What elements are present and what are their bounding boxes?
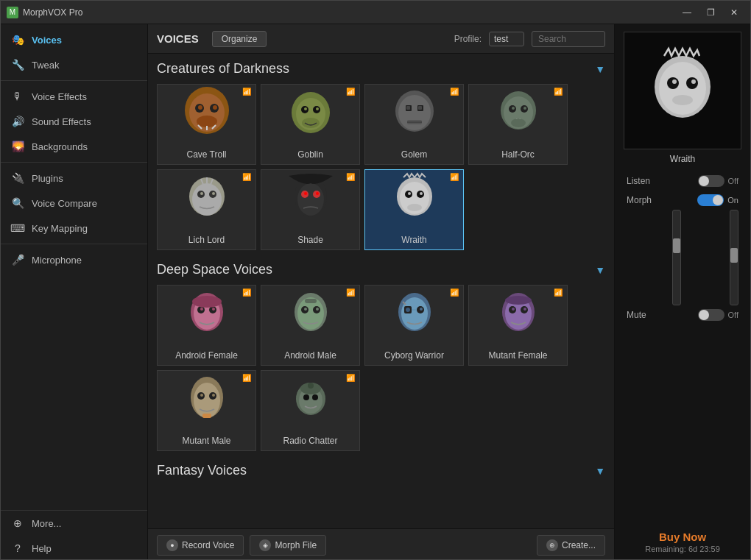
profile-label: Profile:: [454, 34, 482, 44]
svg-rect-22: [418, 106, 422, 110]
svg-rect-95: [308, 383, 314, 389]
voice-card-cyborg-warrior[interactable]: 📶: [364, 285, 464, 366]
svg-point-37: [212, 192, 215, 195]
sidebar-item-plugins[interactable]: 🔌 Plugins: [1, 166, 147, 191]
morph-file-button[interactable]: ◈ Morph File: [250, 535, 326, 556]
voice-card-wraith[interactable]: 📶: [364, 169, 464, 250]
preview-face-svg: [635, 43, 730, 138]
morph-label: Morph: [627, 195, 652, 205]
voice-compare-icon: 🔍: [11, 196, 24, 210]
maximize-button[interactable]: ❐: [700, 5, 721, 20]
voice-name-golem: Golem: [401, 149, 427, 160]
svg-point-14: [304, 107, 307, 110]
voice-card-android-male[interactable]: 📶: [261, 285, 360, 366]
minimize-button[interactable]: —: [677, 5, 697, 20]
voice-preview-box: [624, 32, 741, 149]
sidebar-item-voice-effects[interactable]: 🎙 Voice Effects: [1, 84, 147, 109]
slider-right[interactable]: [730, 210, 738, 305]
voice-card-cave-troll[interactable]: 📶: [157, 84, 256, 165]
collapse-arrow-2[interactable]: ▼: [595, 264, 605, 276]
titlebar: M MorphVOX Pro — ❐ ✕: [1, 1, 750, 24]
buy-now-button[interactable]: Buy Now: [645, 531, 720, 543]
sidebar-label-backgrounds: Backgrounds: [32, 141, 88, 152]
voice-card-mutant-female[interactable]: 📶: [468, 285, 568, 366]
create-button[interactable]: ⊕ Create...: [537, 535, 605, 556]
svg-point-82: [505, 296, 532, 305]
category-fantasy: Fantasy Voices ▼: [157, 463, 605, 478]
listen-row: Listen Off: [621, 171, 744, 191]
morph-file-label: Morph File: [275, 540, 317, 550]
sidebar-label-more: More...: [32, 518, 61, 529]
voice-name-mutant-female: Mutant Female: [488, 350, 547, 361]
voice-card-mutant-male[interactable]: 📶: [157, 370, 256, 451]
record-voice-button[interactable]: ● Record Voice: [157, 535, 244, 556]
card-image-cyborg-warrior: [365, 286, 463, 343]
category-header-1: Creatures of Darkness ▼: [157, 61, 605, 77]
card-image-radio-chatter: [261, 371, 359, 428]
sidebar-item-help[interactable]: ? Help: [1, 536, 147, 560]
sidebar-item-tweak[interactable]: 🔧 Tweak: [1, 52, 147, 77]
close-button[interactable]: ✕: [724, 5, 744, 20]
sidebar-item-microphone[interactable]: 🎤 Microphone: [1, 247, 147, 272]
voices-area[interactable]: Creatures of Darkness ▼ 📶: [148, 54, 614, 528]
microphone-icon: 🎤: [11, 253, 24, 266]
toolbar-title: VOICES: [157, 32, 199, 45]
sidebar-bottom: ⊕ More... ? Help: [1, 510, 147, 560]
listen-toggle-knob: [699, 176, 709, 186]
profile-select[interactable]: test: [489, 32, 524, 46]
sidebar-item-sound-effects[interactable]: 🔊 Sound Effects: [1, 109, 147, 134]
svg-point-93: [312, 394, 318, 400]
collapse-arrow-3[interactable]: ▼: [595, 465, 605, 477]
svg-point-72: [406, 308, 410, 312]
morph-toggle-knob: [713, 195, 723, 205]
tweak-icon: 🔧: [11, 58, 24, 71]
svg-point-92: [303, 394, 309, 400]
collapse-arrow-1[interactable]: ▼: [595, 63, 605, 75]
window-controls: — ❐ ✕: [677, 5, 744, 20]
sidebar-label-voice-compare: Voice Compare: [32, 198, 97, 209]
category-title-2: Deep Space Voices: [157, 262, 272, 277]
morph-row: Morph On: [621, 191, 744, 210]
svg-point-103: [672, 95, 693, 105]
sidebar-item-more[interactable]: ⊕ More...: [1, 511, 147, 536]
sidebar-label-help: Help: [32, 543, 52, 554]
slider-left[interactable]: [672, 210, 681, 305]
organize-button[interactable]: Organize: [212, 31, 267, 47]
mute-toggle-group: Off: [698, 309, 738, 321]
card-image-lich-lord: [158, 170, 255, 227]
buy-now-section: Buy Now Remaining: 6d 23:59: [645, 531, 720, 553]
voice-card-half-orc[interactable]: 📶: [468, 84, 568, 165]
sidebar-item-voice-compare[interactable]: 🔍 Voice Compare: [1, 191, 147, 216]
svg-point-98: [659, 62, 706, 115]
right-panel: Wraith Listen Off Morph On: [614, 24, 750, 560]
sidebar-label-voices: Voices: [32, 35, 62, 46]
voice-card-golem[interactable]: 📶: [364, 84, 464, 165]
sidebar-item-key-mapping[interactable]: ⌨ Key Mapping: [1, 216, 147, 241]
mute-row: Mute Off: [621, 305, 744, 325]
search-input[interactable]: [532, 31, 605, 47]
svg-point-18: [398, 95, 431, 130]
morph-toggle[interactable]: [697, 194, 724, 206]
category-title-3: Fantasy Voices: [157, 463, 247, 478]
sidebar-item-backgrounds[interactable]: 🌄 Backgrounds: [1, 134, 147, 159]
listen-toggle-group: Off: [698, 175, 738, 187]
sidebar-item-voices[interactable]: 🎭 Voices: [1, 27, 147, 52]
listen-toggle[interactable]: [698, 175, 724, 187]
card-image-android-male: [261, 286, 359, 343]
remaining-text: Remaining: 6d 23:59: [645, 545, 720, 553]
svg-point-52: [420, 192, 423, 195]
main-content: VOICES Organize Profile: test Creatures …: [148, 24, 614, 560]
svg-point-33: [192, 183, 222, 216]
svg-point-46: [316, 192, 319, 195]
voice-card-shade[interactable]: 📶: [261, 169, 360, 250]
sidebar-label-key-mapping: Key Mapping: [32, 223, 88, 234]
voice-card-android-female[interactable]: 📶: [157, 285, 256, 366]
voice-card-radio-chatter[interactable]: 📶 Radio Chat: [261, 370, 360, 451]
listen-label: Listen: [627, 176, 650, 186]
voice-card-goblin[interactable]: 📶: [261, 84, 360, 165]
voice-card-lich-lord[interactable]: 📶: [157, 169, 256, 250]
mute-toggle[interactable]: [698, 309, 724, 321]
sidebar-divider-1: [1, 80, 147, 81]
morph-toggle-label: On: [727, 196, 738, 205]
category-title-1: Creatures of Darkness: [157, 61, 289, 77]
